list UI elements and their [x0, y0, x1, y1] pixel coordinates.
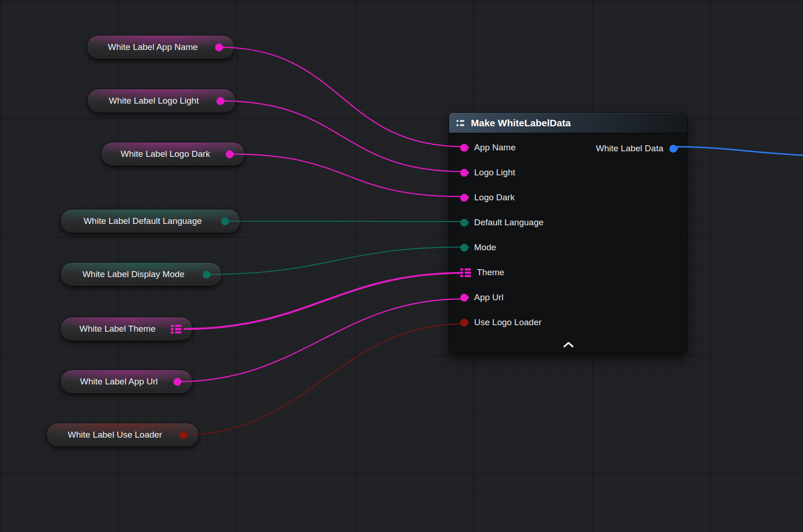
make-whitelabeldata-node[interactable]: Make WhiteLabelData App Name Logo Light … [449, 112, 688, 354]
collapse-node-button[interactable] [558, 339, 579, 351]
chevron-up-icon [562, 341, 574, 348]
getter-node-white-label-logo-light[interactable]: White Label Logo Light [87, 89, 236, 113]
struct-output-pin[interactable] [669, 145, 677, 153]
blueprint-graph-canvas[interactable]: White Label App Name White Label Logo Li… [0, 0, 803, 532]
wire-logo-dark[interactable] [229, 154, 464, 197]
getter-node-white-label-logo-dark[interactable]: White Label Logo Dark [101, 142, 245, 166]
getter-node-white-label-use-loader[interactable]: White Label Use Loader [46, 423, 199, 447]
pin-label: Use Logo Loader [474, 317, 542, 328]
getter-label: White Label App Name [95, 42, 215, 52]
getter-label: White Label App Url [69, 377, 173, 387]
getter-node-white-label-theme[interactable]: White Label Theme [60, 317, 193, 341]
pin-row-mode: Mode [449, 235, 687, 260]
getter-node-white-label-display-mode[interactable]: White Label Display Mode [60, 262, 222, 286]
struct-grid-pin-icon[interactable] [171, 325, 181, 334]
pin-row-default-language: Default Language [449, 210, 687, 235]
pin-label: White Label Data [596, 143, 663, 154]
wire-logo-light[interactable] [220, 101, 464, 172]
pin-label: App Url [474, 292, 503, 303]
bool-input-pin[interactable] [460, 319, 468, 327]
getter-node-white-label-app-name[interactable]: White Label App Name [86, 35, 235, 59]
getter-label: White Label Default Language [69, 216, 221, 226]
pin-label: Mode [474, 242, 496, 253]
getter-label: White Label Use Loader [55, 430, 179, 440]
pin-row-use-logo-loader: Use Logo Loader [449, 310, 687, 335]
string-input-pin[interactable] [460, 169, 468, 177]
string-input-pin[interactable] [460, 294, 468, 302]
wire-app-name[interactable] [219, 47, 464, 147]
pin-row-theme: Theme [449, 260, 687, 285]
wire-white-label-data[interactable] [673, 147, 803, 155]
string-input-pin[interactable] [460, 194, 468, 202]
pin-label: Logo Light [474, 167, 515, 178]
getter-label: White Label Logo Dark [110, 149, 226, 159]
node-input-pins: App Name Logo Light Logo Dark Default La… [449, 133, 687, 335]
pin-label: Default Language [474, 217, 544, 228]
make-struct-icon [456, 118, 466, 128]
node-title: Make WhiteLabelData [471, 118, 571, 129]
pin-label: Logo Dark [474, 192, 515, 203]
enum-input-pin[interactable] [460, 244, 468, 252]
pin-label: App Name [474, 142, 516, 153]
wire-app-url[interactable] [177, 299, 464, 382]
pin-row-white-label-data-output: White Label Data [596, 136, 677, 161]
getter-label: White Label Theme [69, 324, 171, 334]
getter-node-white-label-default-language[interactable]: White Label Default Language [60, 209, 241, 233]
wire-use-logo-loader[interactable] [183, 324, 464, 435]
pin-label: Theme [477, 267, 504, 278]
wire-default-language[interactable] [225, 221, 464, 222]
wire-theme[interactable] [184, 273, 463, 329]
getter-node-white-label-app-url[interactable]: White Label App Url [60, 370, 193, 394]
getter-label: White Label Display Mode [69, 269, 203, 279]
pin-row-app-url: App Url [449, 285, 687, 310]
node-header[interactable]: Make WhiteLabelData [449, 113, 687, 133]
getter-label: White Label Logo Light [96, 96, 216, 106]
pin-row-logo-dark: Logo Dark [449, 185, 687, 210]
wire-mode[interactable] [206, 247, 464, 274]
pin-row-logo-light: Logo Light [449, 160, 687, 185]
string-input-pin[interactable] [460, 144, 468, 152]
enum-input-pin[interactable] [460, 219, 468, 227]
